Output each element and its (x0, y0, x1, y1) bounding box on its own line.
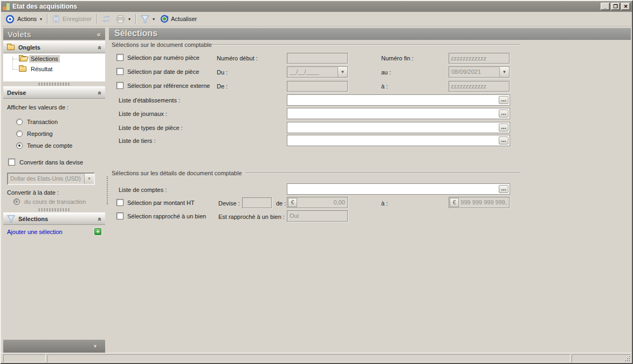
printer-icon (116, 15, 125, 23)
radio-transaction[interactable]: Transaction (16, 119, 58, 125)
ellipsis-button[interactable]: … (499, 109, 508, 118)
ellipsis-button[interactable]: … (499, 123, 508, 132)
devise-input[interactable] (242, 197, 272, 208)
du-label: Du : (217, 69, 228, 75)
checkbox-selection-rapproche-bien[interactable]: Sélection rapproché à un bien (116, 212, 206, 219)
checkbox-icon[interactable] (8, 159, 15, 166)
folder-icon (19, 66, 26, 72)
checkbox-label: Sélection par montant HT (127, 200, 195, 206)
est-rapproche-value: Oui (287, 211, 347, 221)
checkbox-icon[interactable] (116, 68, 123, 75)
convertir-date-label: Convertir à la date : (7, 189, 59, 196)
maximize-button[interactable]: ❒ (611, 3, 620, 10)
est-rapproche-label: Est rapproché à un bien : (218, 214, 285, 220)
checkbox-convertir-devise[interactable]: Convertir dans la devise (8, 159, 83, 166)
close-button[interactable]: ✕ (621, 3, 630, 10)
splitter-handle[interactable] (38, 83, 70, 86)
numero-fin-input[interactable] (449, 53, 510, 64)
sidebar-footer-bar[interactable]: ▼ (3, 340, 105, 353)
checkbox-selection-montant-ht[interactable]: Sélection par montant HT (116, 199, 195, 206)
radio-icon[interactable] (16, 119, 23, 125)
window-title: Etat des acquisitions (12, 3, 77, 10)
liste-tiers-field[interactable]: … (287, 135, 510, 146)
minimize-button[interactable]: _ (601, 3, 610, 10)
liste-types-piece-label: Liste de types de pièce : (119, 125, 183, 131)
radio-cours-transaction[interactable]: du cours de transaction (13, 198, 86, 205)
dropdown-arrow-icon[interactable]: ▼ (338, 67, 347, 77)
liste-journaux-field[interactable]: … (287, 108, 510, 119)
a-input[interactable] (449, 81, 510, 92)
checkbox-icon[interactable] (116, 54, 123, 61)
numero-debut-label: Numéro début : (217, 55, 258, 61)
radio-icon[interactable] (16, 142, 23, 149)
checkbox-selection-reference-externe[interactable]: Sélection par référence externe (116, 82, 210, 89)
currency-select[interactable]: Dollar des Etats-Unis (USD) ▼ (7, 173, 95, 185)
numero-fin-label: Numéro fin : (381, 55, 414, 61)
checkbox-label: Sélection par numéro pièce (127, 54, 199, 61)
checkbox-icon[interactable] (116, 212, 123, 219)
tree-item-resultat[interactable]: Résultat (19, 65, 54, 73)
onglets-tree: Sélections Résultat (3, 53, 105, 81)
de-input[interactable] (287, 81, 348, 92)
refresh-button[interactable]: Actualiser (157, 13, 199, 24)
radio-tenue-de-compte[interactable]: Tenue de compte (16, 142, 72, 149)
checkbox-icon[interactable] (116, 199, 123, 206)
ellipsis-button[interactable]: … (499, 96, 508, 104)
add-plus-icon[interactable]: + (94, 228, 101, 235)
liste-types-piece-field[interactable]: … (287, 122, 510, 133)
devise-label: Devise : (218, 200, 240, 207)
add-selection-link[interactable]: Ajouter une sélection (7, 229, 63, 235)
de-montant-label: de : (276, 200, 286, 207)
ellipsis-button[interactable]: … (499, 185, 508, 193)
collapse-up-icon[interactable]: « (96, 91, 104, 94)
collapse-up-icon[interactable]: « (96, 217, 104, 221)
de-montant-field[interactable]: € 0,00 (287, 197, 348, 208)
status-panel-2 (47, 354, 570, 362)
du-date-combo[interactable]: __/__/____ ▼ (287, 66, 348, 78)
radio-icon[interactable] (13, 198, 20, 205)
dropdown-arrow-icon[interactable]: ▼ (499, 67, 509, 77)
au-date-combo[interactable]: 08/09/2021 ▼ (449, 66, 510, 78)
actions-dropdown-icon: ▾ (40, 17, 42, 22)
splitter-handle[interactable] (38, 208, 70, 211)
refresh-label: Actualiser (171, 16, 197, 22)
group2-line (245, 173, 520, 173)
est-rapproche-field[interactable]: Oui (287, 210, 348, 222)
sidebar-collapse-icon[interactable]: « (97, 30, 101, 38)
panel-splitter-handle[interactable] (107, 176, 108, 204)
resize-grip[interactable] (625, 356, 630, 361)
section-selections[interactable]: Sélections « (3, 212, 105, 225)
save-button[interactable]: Enregistrer (50, 14, 94, 24)
liste-comptes-field[interactable]: … (287, 183, 510, 195)
section-devise[interactable]: Devise « (3, 86, 105, 99)
collapse-up-icon[interactable]: « (96, 46, 104, 49)
section-onglets[interactable]: Onglets « (3, 41, 105, 53)
numero-debut-input[interactable] (287, 53, 348, 64)
a-montant-field[interactable]: € 999 999 999 999, (449, 197, 510, 208)
toolbar: Actions ▾ Enregistrer ▾ ▾ (2, 12, 631, 26)
sync-button[interactable] (99, 14, 113, 24)
tree-connector (12, 59, 18, 59)
print-dropdown-icon: ▾ (128, 17, 130, 22)
dropdown-arrow-icon[interactable]: ▼ (84, 174, 94, 184)
print-button[interactable]: ▾ (113, 14, 133, 24)
checkbox-selection-numero-piece[interactable]: Sélection par numéro pièce (116, 54, 199, 61)
ellipsis-button[interactable]: … (499, 136, 508, 145)
open-folder-icon (19, 56, 26, 61)
radio-icon[interactable] (16, 131, 23, 137)
app-icon (3, 3, 10, 10)
filter-button[interactable]: ▾ (138, 14, 157, 24)
actions-button[interactable]: Actions ▾ (15, 15, 45, 23)
liste-comptes-label: Liste de comptes : (119, 187, 167, 193)
toolbar-separator (97, 14, 97, 24)
radio-reporting[interactable]: Reporting (16, 131, 53, 137)
checkbox-icon[interactable] (116, 82, 123, 89)
euro-icon[interactable]: € (450, 198, 459, 207)
euro-icon[interactable]: € (288, 198, 297, 207)
checkbox-selection-date-piece[interactable]: Sélection par date de pièce (116, 68, 199, 75)
checkbox-label: Sélection par référence externe (127, 83, 210, 89)
tree-item-selections[interactable]: Sélections (19, 55, 60, 63)
de-montant-value: 0,00 (298, 197, 347, 208)
sidebar-title: Volets (8, 30, 31, 39)
liste-etablissements-field[interactable]: … (287, 94, 510, 106)
